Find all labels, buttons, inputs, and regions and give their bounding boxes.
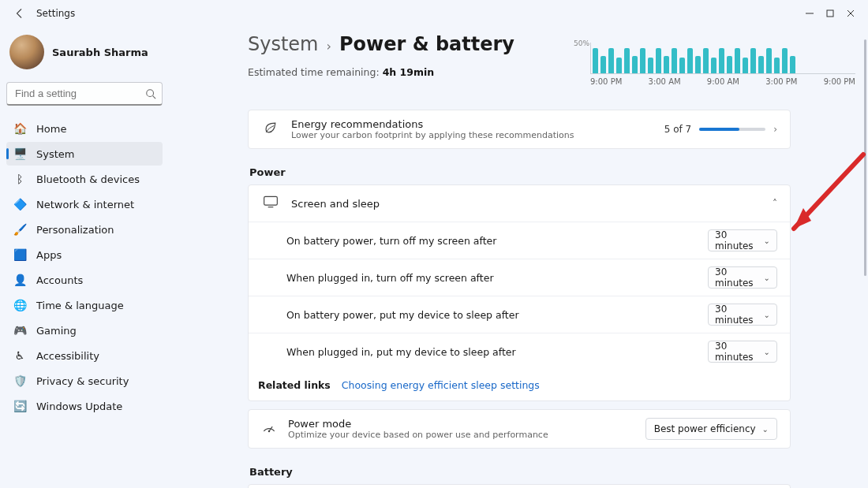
expander-header[interactable]: Screen and sleep ˄ [249,185,790,222]
chart-bar [750,48,756,73]
gaming-icon: 🎮 [13,323,27,337]
svg-rect-4 [264,196,278,205]
sidebar-item-label: Accessibility [36,350,99,362]
duration-select[interactable]: 30 minutes⌄ [708,229,777,251]
screen-and-sleep-expander: Screen and sleep ˄ On battery power, tur… [248,184,791,401]
sidebar-item-privacy[interactable]: 🛡️Privacy & security [6,369,163,393]
sidebar-item-label: Accounts [36,274,83,286]
battery-saver-card[interactable]: Battery saver Extend battery life by lim… [248,484,791,488]
chart-x-label: 9:00 PM [590,77,622,86]
chart-x-label: 9:00 PM [824,77,855,86]
page-title: Power & battery [339,33,514,55]
chart-bar [616,58,622,73]
sidebar-item-bluetooth[interactable]: ᛒBluetooth & devices [6,167,163,191]
chart-bar [656,48,661,73]
user-name: Saurabh Sharma [52,47,148,58]
sidebar-item-network[interactable]: 🔷Network & internet [6,192,163,216]
search-icon [145,88,156,102]
chart-bar [687,48,693,73]
chart-bar [711,58,716,73]
sidebar-item-gaming[interactable]: 🎮Gaming [6,319,163,342]
screen-icon [261,195,280,212]
avatar [9,35,44,69]
scrollbar[interactable] [863,27,866,488]
chart-bar [672,48,677,73]
sidebar-item-apps[interactable]: 🟦Apps [6,243,163,266]
screen-sleep-row: On battery power, put my device to sleep… [249,296,790,333]
sidebar-item-accessibility[interactable]: ♿Accessibility [6,344,163,367]
sidebar-item-update[interactable]: 🔄Windows Update [6,394,163,418]
minimize-button[interactable] [800,4,819,23]
sidebar-item-personalize[interactable]: 🖌️Personalization [6,218,163,241]
svg-rect-1 [827,10,833,17]
chart-bar [790,56,795,73]
chart-x-label: 3:00 AM [649,77,681,86]
section-power: Power [249,166,791,178]
chart-bar [727,56,732,73]
bluetooth-icon: ᛒ [13,172,27,186]
reco-title: Energy recommendations [291,118,574,130]
screen-sleep-row: When plugged in, put my device to sleep … [249,333,790,370]
power-mode-title: Power mode [288,418,548,430]
chart-bar [640,48,645,73]
sidebar: Saurabh Sharma 🏠Home🖥️SystemᛒBluetooth &… [0,27,169,488]
chart-bar [735,48,740,73]
window-title: Settings [36,8,75,19]
power-mode-card[interactable]: Power mode Optimize your device based on… [248,409,791,449]
duration-select[interactable]: 30 minutes⌄ [708,341,777,363]
network-icon: 🔷 [13,197,27,211]
duration-select[interactable]: 30 minutes⌄ [708,304,777,326]
sidebar-item-system[interactable]: 🖥️System [6,142,163,166]
sidebar-item-label: Bluetooth & devices [36,173,140,185]
personalize-icon: 🖌️ [13,222,27,237]
chart-bar [600,56,606,73]
profile-block[interactable]: Saurabh Sharma [6,32,163,77]
duration-value: 30 minutes [715,229,764,251]
duration-value: 30 minutes [715,304,764,326]
main-content: System › Power & battery Estimated time … [169,27,868,488]
sidebar-item-label: System [36,148,74,160]
chart-bar [766,48,772,73]
duration-value: 30 minutes [715,266,764,289]
chevron-down-icon: ⌄ [764,311,770,319]
chart-bar [703,48,709,73]
search-input[interactable] [6,82,163,106]
chart-bar [624,48,630,73]
accessibility-icon: ♿ [13,348,27,363]
row-label: When plugged in, put my device to sleep … [286,346,516,358]
row-label: When plugged in, turn off my screen afte… [286,272,494,284]
sidebar-item-time[interactable]: 🌐Time & language [6,293,163,317]
chart-bar [758,56,764,73]
sidebar-item-label: Privacy & security [36,375,129,387]
chart-bar [782,48,788,73]
chart-bar [593,48,598,73]
chart-bar [743,58,748,73]
chart-x-label: 3:00 PM [765,77,797,86]
breadcrumb-root[interactable]: System [248,33,319,55]
energy-recommendations[interactable]: Energy recommendations Lower your carbon… [248,110,791,149]
sidebar-item-label: Time & language [36,300,124,311]
annotation-arrow [770,145,868,251]
speedometer-icon [261,419,277,438]
chart-bar [648,58,653,73]
close-button[interactable] [841,4,860,23]
sidebar-item-accounts[interactable]: 👤Accounts [6,268,163,292]
duration-select[interactable]: 30 minutes⌄ [708,266,777,289]
chart-y-label: 50% [574,39,589,47]
chart-bar [679,58,685,73]
reco-progress-text: 5 of 7 [664,124,691,135]
title-bar: Settings [0,0,868,27]
section-battery: Battery [249,466,791,478]
accounts-icon: 👤 [13,273,27,287]
sidebar-item-home[interactable]: 🏠Home [6,117,163,140]
power-mode-select[interactable]: Best power efficiency ⌄ [645,418,777,440]
related-link[interactable]: Choosing energy efficient sleep settings [342,379,540,391]
chevron-down-icon: ⌄ [764,348,770,356]
related-links-label: Related links [258,379,331,391]
chart-x-label: 9:00 AM [707,77,739,86]
maximize-button[interactable] [821,4,840,23]
chevron-down-icon: ⌄ [764,274,770,282]
row-label: On battery power, put my device to sleep… [286,309,519,321]
sidebar-item-label: Personalization [36,224,114,236]
back-button[interactable] [11,5,28,22]
